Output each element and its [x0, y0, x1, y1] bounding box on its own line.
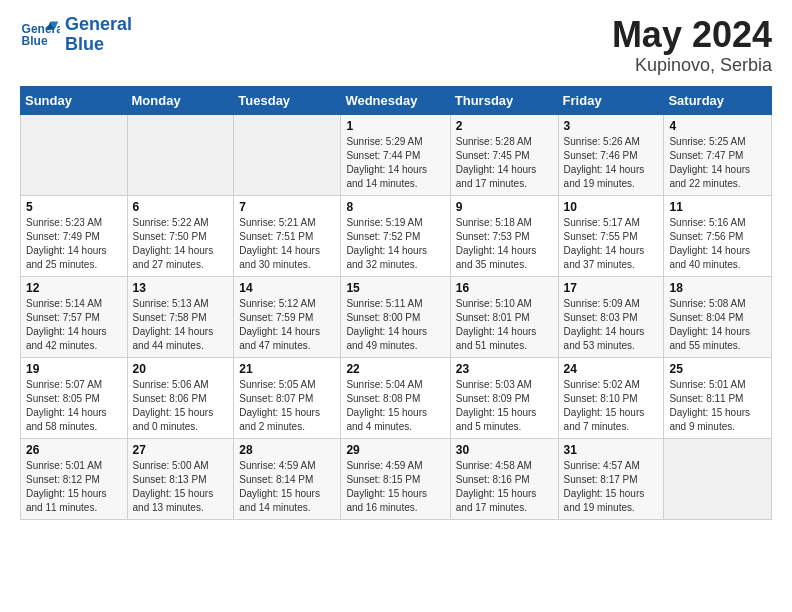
day-number: 17 — [564, 281, 659, 295]
calendar-week-4: 19Sunrise: 5:07 AMSunset: 8:05 PMDayligh… — [21, 357, 772, 438]
day-info: Sunrise: 5:16 AMSunset: 7:56 PMDaylight:… — [669, 216, 766, 272]
day-info: Sunrise: 5:12 AMSunset: 7:59 PMDaylight:… — [239, 297, 335, 353]
day-number: 6 — [133, 200, 229, 214]
calendar-cell: 4Sunrise: 5:25 AMSunset: 7:47 PMDaylight… — [664, 114, 772, 195]
calendar-cell: 14Sunrise: 5:12 AMSunset: 7:59 PMDayligh… — [234, 276, 341, 357]
calendar-cell: 27Sunrise: 5:00 AMSunset: 8:13 PMDayligh… — [127, 438, 234, 519]
calendar-cell: 28Sunrise: 4:59 AMSunset: 8:14 PMDayligh… — [234, 438, 341, 519]
calendar-cell: 2Sunrise: 5:28 AMSunset: 7:45 PMDaylight… — [450, 114, 558, 195]
day-info: Sunrise: 5:23 AMSunset: 7:49 PMDaylight:… — [26, 216, 122, 272]
day-info: Sunrise: 5:06 AMSunset: 8:06 PMDaylight:… — [133, 378, 229, 434]
day-info: Sunrise: 5:28 AMSunset: 7:45 PMDaylight:… — [456, 135, 553, 191]
day-info: Sunrise: 5:13 AMSunset: 7:58 PMDaylight:… — [133, 297, 229, 353]
day-number: 29 — [346, 443, 444, 457]
day-number: 3 — [564, 119, 659, 133]
calendar-cell — [21, 114, 128, 195]
svg-text:Blue: Blue — [22, 34, 48, 48]
day-number: 7 — [239, 200, 335, 214]
day-number: 5 — [26, 200, 122, 214]
day-info: Sunrise: 5:09 AMSunset: 8:03 PMDaylight:… — [564, 297, 659, 353]
title-block: May 2024 Kupinovo, Serbia — [612, 15, 772, 76]
day-number: 21 — [239, 362, 335, 376]
col-thursday: Thursday — [450, 86, 558, 114]
day-number: 15 — [346, 281, 444, 295]
day-info: Sunrise: 5:18 AMSunset: 7:53 PMDaylight:… — [456, 216, 553, 272]
day-number: 30 — [456, 443, 553, 457]
calendar-cell: 15Sunrise: 5:11 AMSunset: 8:00 PMDayligh… — [341, 276, 450, 357]
day-number: 20 — [133, 362, 229, 376]
calendar-cell: 8Sunrise: 5:19 AMSunset: 7:52 PMDaylight… — [341, 195, 450, 276]
day-info: Sunrise: 5:03 AMSunset: 8:09 PMDaylight:… — [456, 378, 553, 434]
calendar-cell: 20Sunrise: 5:06 AMSunset: 8:06 PMDayligh… — [127, 357, 234, 438]
day-info: Sunrise: 4:58 AMSunset: 8:16 PMDaylight:… — [456, 459, 553, 515]
logo: General Blue General Blue — [20, 15, 132, 55]
day-info: Sunrise: 5:21 AMSunset: 7:51 PMDaylight:… — [239, 216, 335, 272]
calendar-cell: 13Sunrise: 5:13 AMSunset: 7:58 PMDayligh… — [127, 276, 234, 357]
day-info: Sunrise: 5:29 AMSunset: 7:44 PMDaylight:… — [346, 135, 444, 191]
calendar-week-2: 5Sunrise: 5:23 AMSunset: 7:49 PMDaylight… — [21, 195, 772, 276]
day-info: Sunrise: 5:17 AMSunset: 7:55 PMDaylight:… — [564, 216, 659, 272]
day-number: 9 — [456, 200, 553, 214]
calendar-cell: 31Sunrise: 4:57 AMSunset: 8:17 PMDayligh… — [558, 438, 664, 519]
day-info: Sunrise: 5:07 AMSunset: 8:05 PMDaylight:… — [26, 378, 122, 434]
day-number: 18 — [669, 281, 766, 295]
day-info: Sunrise: 5:19 AMSunset: 7:52 PMDaylight:… — [346, 216, 444, 272]
calendar-cell: 6Sunrise: 5:22 AMSunset: 7:50 PMDaylight… — [127, 195, 234, 276]
day-number: 25 — [669, 362, 766, 376]
day-info: Sunrise: 5:05 AMSunset: 8:07 PMDaylight:… — [239, 378, 335, 434]
day-number: 8 — [346, 200, 444, 214]
day-info: Sunrise: 4:59 AMSunset: 8:14 PMDaylight:… — [239, 459, 335, 515]
col-saturday: Saturday — [664, 86, 772, 114]
calendar-cell: 10Sunrise: 5:17 AMSunset: 7:55 PMDayligh… — [558, 195, 664, 276]
day-info: Sunrise: 5:10 AMSunset: 8:01 PMDaylight:… — [456, 297, 553, 353]
day-number: 19 — [26, 362, 122, 376]
day-info: Sunrise: 5:01 AMSunset: 8:12 PMDaylight:… — [26, 459, 122, 515]
calendar-cell: 26Sunrise: 5:01 AMSunset: 8:12 PMDayligh… — [21, 438, 128, 519]
calendar-cell: 9Sunrise: 5:18 AMSunset: 7:53 PMDaylight… — [450, 195, 558, 276]
day-info: Sunrise: 5:08 AMSunset: 8:04 PMDaylight:… — [669, 297, 766, 353]
calendar-cell: 16Sunrise: 5:10 AMSunset: 8:01 PMDayligh… — [450, 276, 558, 357]
day-number: 10 — [564, 200, 659, 214]
calendar-cell — [234, 114, 341, 195]
calendar-week-3: 12Sunrise: 5:14 AMSunset: 7:57 PMDayligh… — [21, 276, 772, 357]
day-info: Sunrise: 4:59 AMSunset: 8:15 PMDaylight:… — [346, 459, 444, 515]
calendar-cell: 3Sunrise: 5:26 AMSunset: 7:46 PMDaylight… — [558, 114, 664, 195]
col-wednesday: Wednesday — [341, 86, 450, 114]
calendar-cell: 7Sunrise: 5:21 AMSunset: 7:51 PMDaylight… — [234, 195, 341, 276]
day-number: 12 — [26, 281, 122, 295]
page: General Blue General Blue May 2024 Kupin… — [0, 0, 792, 535]
calendar-cell — [664, 438, 772, 519]
col-friday: Friday — [558, 86, 664, 114]
calendar-cell: 11Sunrise: 5:16 AMSunset: 7:56 PMDayligh… — [664, 195, 772, 276]
day-number: 24 — [564, 362, 659, 376]
calendar-cell: 5Sunrise: 5:23 AMSunset: 7:49 PMDaylight… — [21, 195, 128, 276]
calendar-cell: 17Sunrise: 5:09 AMSunset: 8:03 PMDayligh… — [558, 276, 664, 357]
day-number: 27 — [133, 443, 229, 457]
location-subtitle: Kupinovo, Serbia — [612, 55, 772, 76]
day-info: Sunrise: 5:26 AMSunset: 7:46 PMDaylight:… — [564, 135, 659, 191]
calendar-cell: 30Sunrise: 4:58 AMSunset: 8:16 PMDayligh… — [450, 438, 558, 519]
calendar-week-5: 26Sunrise: 5:01 AMSunset: 8:12 PMDayligh… — [21, 438, 772, 519]
calendar-cell: 29Sunrise: 4:59 AMSunset: 8:15 PMDayligh… — [341, 438, 450, 519]
calendar-cell: 24Sunrise: 5:02 AMSunset: 8:10 PMDayligh… — [558, 357, 664, 438]
day-number: 14 — [239, 281, 335, 295]
day-number: 13 — [133, 281, 229, 295]
day-info: Sunrise: 5:01 AMSunset: 8:11 PMDaylight:… — [669, 378, 766, 434]
month-year-title: May 2024 — [612, 15, 772, 55]
day-number: 26 — [26, 443, 122, 457]
calendar-cell: 21Sunrise: 5:05 AMSunset: 8:07 PMDayligh… — [234, 357, 341, 438]
calendar-cell: 23Sunrise: 5:03 AMSunset: 8:09 PMDayligh… — [450, 357, 558, 438]
calendar-week-1: 1Sunrise: 5:29 AMSunset: 7:44 PMDaylight… — [21, 114, 772, 195]
header: General Blue General Blue May 2024 Kupin… — [20, 15, 772, 76]
col-monday: Monday — [127, 86, 234, 114]
logo-icon: General Blue — [20, 15, 60, 55]
calendar-cell: 19Sunrise: 5:07 AMSunset: 8:05 PMDayligh… — [21, 357, 128, 438]
day-info: Sunrise: 5:25 AMSunset: 7:47 PMDaylight:… — [669, 135, 766, 191]
col-sunday: Sunday — [21, 86, 128, 114]
calendar-cell — [127, 114, 234, 195]
day-info: Sunrise: 5:04 AMSunset: 8:08 PMDaylight:… — [346, 378, 444, 434]
day-number: 28 — [239, 443, 335, 457]
day-number: 11 — [669, 200, 766, 214]
calendar-header: Sunday Monday Tuesday Wednesday Thursday… — [21, 86, 772, 114]
calendar-cell: 25Sunrise: 5:01 AMSunset: 8:11 PMDayligh… — [664, 357, 772, 438]
